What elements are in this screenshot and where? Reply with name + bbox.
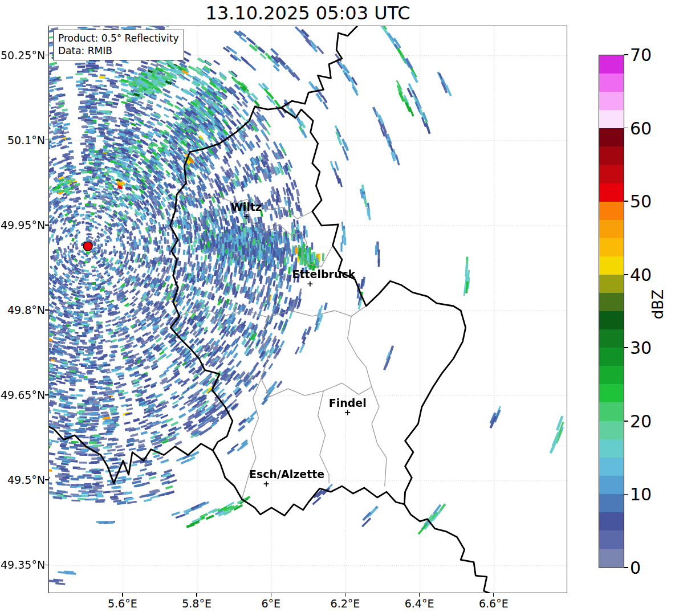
colorbar-segment <box>599 146 624 165</box>
y-tick-label: 50.1°N <box>1 134 45 146</box>
colorbar-tickmark <box>624 54 628 55</box>
radar-site-marker <box>83 242 92 251</box>
colorbar-unit-label: dBZ <box>649 289 666 319</box>
x-axis-tickmark <box>196 593 197 597</box>
colorbar-segment <box>599 512 624 531</box>
colorbar-segment <box>599 384 624 402</box>
x-tick-label: 6.4°E <box>405 597 434 610</box>
y-axis-tickmark <box>45 55 48 55</box>
colorbar-tickmark <box>624 567 628 568</box>
city-label: Esch/Alzette <box>249 468 324 480</box>
colorbar-segment <box>599 202 624 220</box>
y-tick-label: 49.5°N <box>1 474 45 486</box>
country-border <box>213 451 404 516</box>
colorbar-segment <box>599 275 624 293</box>
colorbar-segment <box>599 439 624 458</box>
colorbar-segment <box>599 421 624 439</box>
x-axis-tickmark <box>493 593 494 597</box>
country-border <box>170 107 282 450</box>
x-axis-tickmark <box>419 593 420 597</box>
colorbar <box>599 55 624 568</box>
y-axis-tickmark <box>45 309 48 310</box>
figure-title: 13.10.2025 05:03 UTC <box>48 2 567 24</box>
colorbar-segment <box>599 128 624 146</box>
y-tick-label: 50.25°N <box>1 49 45 62</box>
colorbar-segment <box>599 92 624 110</box>
y-axis-tickmark <box>45 479 48 480</box>
city-label: Findel <box>329 397 367 409</box>
colorbar-tick-label: 70 <box>630 45 652 65</box>
district-border <box>242 378 261 499</box>
colorbar-tick-label: 40 <box>630 264 652 284</box>
colorbar-segment <box>599 366 624 384</box>
district-border <box>180 306 366 317</box>
colorbar-tick-label: 50 <box>630 191 652 211</box>
colorbar-tickmark <box>624 347 628 348</box>
colorbar-segment <box>599 110 624 128</box>
city-marker <box>307 282 312 287</box>
radar-figure: 13.10.2025 05:03 UTC WiltzEttelbruckFind… <box>0 0 675 616</box>
x-tick-label: 6.6°E <box>479 597 509 610</box>
country-border <box>49 427 213 483</box>
y-tick-label: 49.65°N <box>1 389 45 401</box>
colorbar-segment <box>599 531 624 549</box>
city-marker <box>345 410 350 415</box>
district-border <box>246 206 333 266</box>
colorbar-segment <box>599 348 624 366</box>
y-tick-label: 49.35°N <box>1 558 45 571</box>
city-label: Wiltz <box>231 201 262 213</box>
y-tick-label: 49.95°N <box>1 219 45 231</box>
colorbar-segment <box>599 402 624 421</box>
y-axis-tickmark <box>45 140 48 140</box>
city-label: Ettelbruck <box>292 268 355 280</box>
colorbar-tickmark <box>624 201 628 202</box>
country-border <box>404 504 494 593</box>
city-marker <box>243 214 249 219</box>
y-tick-label: 49.8°N <box>1 304 45 316</box>
colorbar-tickmark <box>624 494 628 495</box>
map-area: WiltzEttelbruckFindelEsch/Alzette Produc… <box>48 26 567 593</box>
colorbar-segment <box>599 293 624 311</box>
data-source-label: Data: RMIB <box>58 44 179 57</box>
district-border <box>270 383 372 397</box>
colorbar-tick-label: 20 <box>630 411 652 431</box>
colorbar-segment <box>599 220 624 238</box>
colorbar-segment <box>599 183 624 202</box>
colorbar-tick-label: 0 <box>630 558 641 578</box>
product-info-box: Product: 0.5° Reflectivity Data: RMIB <box>53 30 184 60</box>
x-tick-label: 6°E <box>261 597 280 610</box>
x-axis-tickmark <box>122 593 123 597</box>
colorbar-segment <box>599 55 624 74</box>
colorbar-segment <box>599 256 624 275</box>
colorbar-segment <box>599 476 624 494</box>
colorbar-segment <box>599 165 624 183</box>
country-border <box>281 26 359 108</box>
colorbar-tick-label: 10 <box>630 484 652 504</box>
colorbar-tick-label: 60 <box>630 118 652 138</box>
x-axis-tickmark <box>345 593 345 597</box>
colorbar-tickmark <box>624 421 628 422</box>
map-overlay: WiltzEttelbruckFindelEsch/Alzette <box>49 26 567 593</box>
y-axis-tickmark <box>45 565 48 565</box>
x-tick-label: 5.6°E <box>108 597 137 610</box>
city-marker <box>264 482 269 487</box>
colorbar-segment <box>599 238 624 256</box>
colorbar-tick-label: 30 <box>630 338 652 358</box>
x-axis-tickmark <box>271 593 271 597</box>
country-border <box>281 108 466 504</box>
colorbar-segment <box>599 74 624 92</box>
colorbar-tickmark <box>624 128 628 129</box>
district-border <box>261 317 270 397</box>
colorbar-tickmark <box>624 274 628 275</box>
colorbar-segment <box>599 458 624 476</box>
colorbar-segment <box>599 329 624 348</box>
colorbar-segment <box>599 494 624 512</box>
product-label: Product: 0.5° Reflectivity <box>58 32 179 44</box>
colorbar-segment <box>599 311 624 329</box>
x-tick-label: 5.8°E <box>182 597 212 610</box>
colorbar-segment <box>599 549 624 567</box>
x-tick-label: 6.2°E <box>331 597 360 610</box>
y-axis-tickmark <box>45 225 48 225</box>
y-axis-tickmark <box>45 394 48 395</box>
